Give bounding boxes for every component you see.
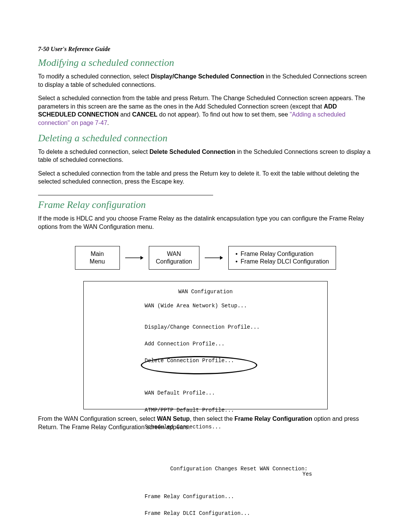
terminal-line: Scheduled Connections... <box>145 424 327 430</box>
section-title-modify: Modifying a scheduled connection <box>38 57 373 69</box>
page-header: 7-50 User's Reference Guide <box>38 46 373 53</box>
bullet-icon: • <box>236 250 238 258</box>
flow-box-wan-config: WAN Configuration <box>149 246 199 270</box>
menu-path-text: Delete Scheduled Connection <box>150 149 236 155</box>
flow-option-item: • Frame Relay Configuration <box>236 250 329 258</box>
terminal-line: Display/Change Connection Profile... <box>145 324 327 330</box>
terminal-group: WAN Default Profile... ATMP/PPTP Default… <box>145 379 327 441</box>
flow-option-item: • Frame Relay DLCI Configuration <box>236 258 329 265</box>
paragraph: If the mode is HDLC and you choose Frame… <box>38 214 373 231</box>
flow-box-options: • Frame Relay Configuration • Frame Rela… <box>228 246 336 270</box>
text: Select a scheduled connection from the t… <box>38 95 365 110</box>
bullet-icon: • <box>236 258 238 265</box>
text: . <box>107 120 109 126</box>
flow-box-line: WAN <box>156 250 192 258</box>
terminal-title: WAN Configuration <box>84 289 327 295</box>
text: do not appear). To find out how to set t… <box>158 111 290 118</box>
menu-flow-diagram: Main Menu WAN Configuration • Frame Rela… <box>38 246 373 270</box>
terminal-line: Frame Relay Configuration... <box>145 494 327 500</box>
menu-path-text: Display/Change Scheduled Connection <box>151 73 264 80</box>
flow-option-label: Frame Relay DLCI Configuration <box>241 258 329 265</box>
document-page: 7-50 User's Reference Guide Modifying a … <box>0 0 411 532</box>
terminal-label: Configuration Changes Reset WAN Connecti… <box>170 466 307 472</box>
terminal-value: Yes <box>303 471 312 477</box>
svg-marker-1 <box>140 256 143 260</box>
section-divider <box>38 195 213 195</box>
flow-box-main-menu: Main Menu <box>75 246 120 270</box>
paragraph: To modify a scheduled connection, select… <box>38 72 373 89</box>
terminal-line: Configuration Changes Reset WAN Connecti… <box>145 460 327 483</box>
text: To delete a scheduled connection, select <box>38 149 150 155</box>
terminal-line: Delete Connection Profile... <box>145 358 327 364</box>
paragraph: Select a scheduled connection from the t… <box>38 94 373 127</box>
terminal-group: Configuration Changes Reset WAN Connecti… <box>145 449 327 528</box>
paragraph: To delete a scheduled connection, select… <box>38 148 373 164</box>
terminal-line: Add Connection Profile... <box>145 341 327 347</box>
flow-box-line: Configuration <box>156 258 192 265</box>
section-title-frame-relay: Frame Relay configuration <box>38 199 373 211</box>
paragraph: Select a scheduled connection from the t… <box>38 169 373 186</box>
terminal-line: WAN (Wide Area Network) Setup... <box>145 303 327 309</box>
flow-box-line: Menu <box>82 258 113 265</box>
terminal-line: WAN Default Profile... <box>145 390 327 396</box>
arrow-right-icon <box>125 255 143 260</box>
text: To modify a scheduled connection, select <box>38 73 151 80</box>
terminal-group: Display/Change Connection Profile... Add… <box>145 313 327 375</box>
terminal-screenshot: WAN Configuration WAN (Wide Area Network… <box>83 281 328 409</box>
flow-option-label: Frame Relay Configuration <box>241 250 313 258</box>
ui-label-text: CANCEL <box>132 111 158 118</box>
section-title-delete: Deleting a scheduled connection <box>38 133 373 144</box>
flow-box-line: Main <box>82 250 113 258</box>
text: and <box>119 111 132 118</box>
svg-marker-3 <box>220 256 223 260</box>
arrow-right-icon <box>205 255 223 260</box>
terminal-line: ATMP/PPTP Default Profile... <box>145 407 327 413</box>
terminal-line: Frame Relay DLCI Configuration... <box>145 511 327 516</box>
text: From the WAN Configuration screen, selec… <box>38 415 157 422</box>
